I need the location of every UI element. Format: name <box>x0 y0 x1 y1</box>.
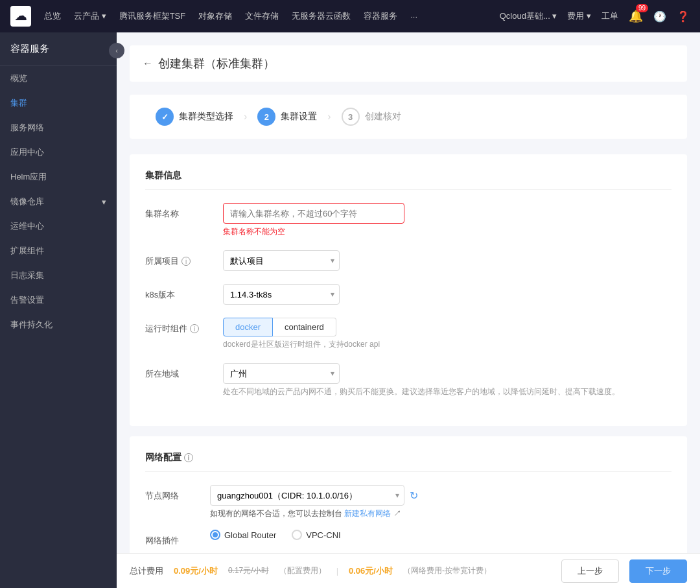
runtime-docker-btn[interactable]: docker <box>223 318 273 336</box>
network-plugin-control: Global Router VPC-CNI <box>210 530 671 540</box>
region-select-wrap: 广州 上海 北京 <box>223 363 340 384</box>
nav-cloud-products[interactable]: 云产品 <box>74 10 106 22</box>
node-network-select-wrap: guangzhou001（CIDR: 10.1.0.0/16） <box>210 485 404 506</box>
back-button[interactable]: ← <box>143 58 153 69</box>
region-row: 所在地域 广州 上海 北京 处在不同地域的云产品内网不通，购买后不能更换。建议选… <box>145 363 671 397</box>
cluster-name-label: 集群名称 <box>145 203 223 220</box>
bottom-bar: 总计费用 0.09元/小时 0.17元/小时 （配置费用） | 0.06元/小时… <box>117 553 700 588</box>
node-network-wrap: guangzhou001（CIDR: 10.1.0.0/16） ↻ <box>210 485 671 506</box>
cluster-name-input[interactable] <box>223 203 404 224</box>
sidebar-item-logs[interactable]: 日志采集 <box>0 263 117 288</box>
project-select[interactable]: 默认项目 <box>223 250 340 271</box>
plugin-global-router-radio <box>210 530 220 540</box>
nav-more[interactable]: ··· <box>410 12 417 21</box>
region-select[interactable]: 广州 上海 北京 <box>223 363 340 384</box>
next-button[interactable]: 下一步 <box>629 559 687 583</box>
help-icon[interactable]: ❓ <box>677 10 690 23</box>
region-hint: 处在不同地域的云产品内网不通，购买后不能更换。建议选择靠近您客户的地域，以降低访… <box>223 386 671 397</box>
network-plugin-group: Global Router VPC-CNI <box>210 530 671 540</box>
region-control: 广州 上海 北京 处在不同地域的云产品内网不通，购买后不能更换。建议选择靠近您客… <box>223 363 671 397</box>
notification-badge: 99 <box>636 4 648 12</box>
plugin-vpc-cni[interactable]: VPC-CNI <box>292 530 340 540</box>
project-select-wrap: 默认项目 <box>223 250 340 271</box>
plugin-global-router[interactable]: Global Router <box>210 530 276 540</box>
step-2: 2 集群设置 <box>257 108 317 126</box>
network-plugin-row: 网络插件 Global Router VPC-CNI <box>145 530 671 547</box>
runtime-control: docker containerd dockerd是社区版运行时组件，支持doc… <box>223 318 671 350</box>
nav-cfs[interactable]: 文件存储 <box>245 10 279 22</box>
network-info-icon[interactable]: i <box>184 453 193 462</box>
runtime-row: 运行时组件 i docker containerd dockerd是社区版运行时… <box>145 318 671 350</box>
sidebar-item-helm[interactable]: Helm应用 <box>0 165 117 189</box>
node-network-label: 节点网络 <box>145 485 210 502</box>
sidebar-item-cluster[interactable]: 集群 <box>0 91 117 115</box>
top-nav: ☁ 总览 云产品 腾讯服务框架TSF 对象存储 文件存储 无服务器云函数 容器服… <box>0 0 700 32</box>
clock-icon[interactable]: 🕐 <box>653 10 666 23</box>
steps-container: ✓ 集群类型选择 › 2 集群设置 › 3 创建核对 <box>130 95 687 139</box>
plugin-vpc-cni-radio <box>292 530 302 540</box>
region-label: 所在地域 <box>145 363 223 380</box>
step-arrow-2: › <box>327 111 331 123</box>
notification-bell[interactable]: 🔔 99 <box>629 9 643 23</box>
step-3-label: 创建核对 <box>365 111 401 123</box>
network-plugin-label: 网络插件 <box>145 530 210 547</box>
nav-cos[interactable]: 对象存储 <box>198 10 232 22</box>
k8s-version-label: k8s版本 <box>145 284 223 301</box>
main-content: ← 创建集群（标准集群） ✓ 集群类型选择 › 2 集群设置 › 3 创建核对 … <box>117 32 700 588</box>
runtime-containerd-btn[interactable]: containerd <box>273 318 336 336</box>
cost-network-type: （网络费用-按带宽计费） <box>403 565 491 576</box>
sidebar: 容器服务 ‹ 概览 集群 服务网络 应用中心 Helm应用 镜像仓库 运维中心 … <box>0 32 117 588</box>
cluster-name-row: 集群名称 集群名称不能为空 <box>145 203 671 237</box>
refresh-icon[interactable]: ↻ <box>410 489 418 502</box>
step-1: ✓ 集群类型选择 <box>156 108 233 126</box>
sidebar-item-events[interactable]: 事件持久化 <box>0 312 117 337</box>
nav-billing[interactable]: 费用 <box>567 10 591 22</box>
nav-qcloud[interactable]: Qcloud基础... <box>500 10 557 22</box>
nav-tke[interactable]: 容器服务 <box>364 10 397 22</box>
project-label: 所属项目 i <box>145 250 223 267</box>
k8s-version-select[interactable]: 1.14.3-tk8s 1.12.4-tk8s <box>223 284 340 305</box>
step-2-circle: 2 <box>257 108 275 126</box>
new-vpc-link[interactable]: 新建私有网络 <box>344 509 391 518</box>
runtime-hint: dockerd是社区版运行时组件，支持docker api <box>223 339 671 350</box>
project-info-icon[interactable]: i <box>181 257 191 266</box>
project-control: 默认项目 <box>223 250 671 271</box>
node-network-select[interactable]: guangzhou001（CIDR: 10.1.0.0/16） <box>210 485 404 506</box>
cost-label: 总计费用 <box>130 565 163 577</box>
runtime-toggle-group: docker containerd <box>223 318 671 336</box>
runtime-label: 运行时组件 i <box>145 318 223 335</box>
nav-right: Qcloud基础... 费用 工单 🔔 99 🕐 ❓ <box>500 9 690 23</box>
step-3-circle: 3 <box>342 108 360 126</box>
step-3: 3 创建核对 <box>342 108 401 126</box>
cluster-info-card: 集群信息 集群名称 集群名称不能为空 所属项目 i 默认项目 <box>130 154 687 426</box>
sidebar-collapse-btn[interactable]: ‹ <box>109 43 124 58</box>
cluster-name-error: 集群名称不能为空 <box>223 226 671 237</box>
nav-scf[interactable]: 无服务器云函数 <box>292 10 351 22</box>
runtime-info-icon[interactable]: i <box>190 324 199 333</box>
cost-network-price: 0.06元/小时 <box>349 565 393 577</box>
sidebar-item-appcenter[interactable]: 应用中心 <box>0 140 117 165</box>
cost-price: 0.09元/小时 <box>174 565 218 577</box>
step-2-label: 集群设置 <box>281 111 317 123</box>
k8s-version-control: 1.14.3-tk8s 1.12.4-tk8s <box>223 284 671 305</box>
sidebar-item-alarms[interactable]: 告警设置 <box>0 288 117 312</box>
step-arrow-1: › <box>244 111 247 123</box>
sidebar-item-registry[interactable]: 镜像仓库 <box>0 189 117 214</box>
sidebar-item-network[interactable]: 服务网络 <box>0 115 117 140</box>
nav-workorder[interactable]: 工单 <box>601 10 618 22</box>
k8s-version-select-wrap: 1.14.3-tk8s 1.12.4-tk8s <box>223 284 340 305</box>
project-row: 所属项目 i 默认项目 <box>145 250 671 271</box>
k8s-version-row: k8s版本 1.14.3-tk8s 1.12.4-tk8s <box>145 284 671 305</box>
page-title: 创建集群（标准集群） <box>158 56 275 71</box>
sidebar-item-extensions[interactable]: 扩展组件 <box>0 239 117 263</box>
sidebar-item-ops[interactable]: 运维中心 <box>0 214 117 239</box>
sidebar-item-overview[interactable]: 概览 <box>0 66 117 91</box>
step-1-circle: ✓ <box>156 108 174 126</box>
nav-overview[interactable]: 总览 <box>44 10 61 22</box>
logo-icon: ☁ <box>10 6 31 27</box>
nav-tsf[interactable]: 腾讯服务框架TSF <box>119 10 186 22</box>
cluster-info-title: 集群信息 <box>145 170 671 190</box>
node-network-row: 节点网络 guangzhou001（CIDR: 10.1.0.0/16） ↻ 如… <box>145 485 671 519</box>
step-1-label: 集群类型选择 <box>179 111 233 123</box>
prev-button[interactable]: 上一步 <box>561 559 619 583</box>
